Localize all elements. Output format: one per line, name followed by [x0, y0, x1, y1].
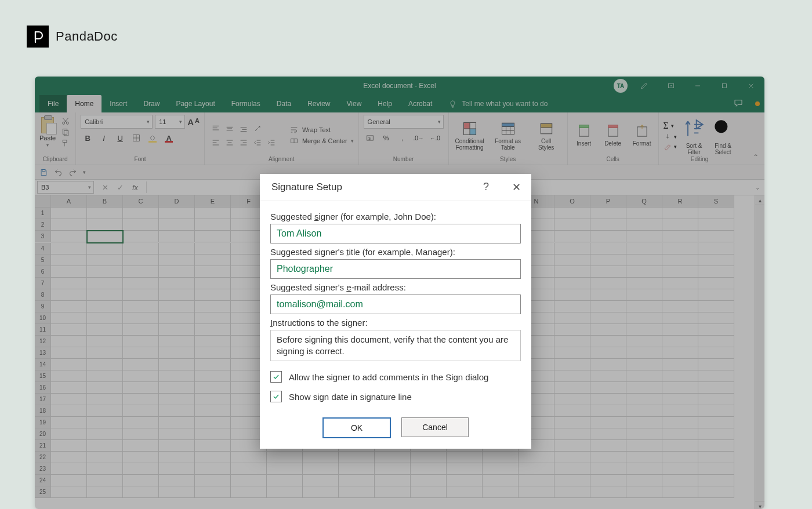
- signature-setup-dialog: Signature Setup ? ✕ Suggested signer (fo…: [260, 174, 531, 449]
- instructions-textarea[interactable]: [270, 330, 521, 361]
- pandadoc-wordmark: PandaDoc: [56, 29, 118, 44]
- cancel-button[interactable]: Cancel: [401, 417, 469, 437]
- allow-comments-label: Allow the signer to add comments in the …: [289, 372, 488, 382]
- signer-label: Suggested signer (for example, John Doe)…: [270, 212, 521, 221]
- show-date-label: Show sign date in signature line: [289, 392, 412, 402]
- signer-title-input[interactable]: [270, 259, 521, 279]
- dialog-close-button[interactable]: ✕: [512, 181, 521, 194]
- dialog-help-button[interactable]: ?: [483, 181, 489, 194]
- dialog-title: Signature Setup: [271, 181, 342, 193]
- signer-input[interactable]: [270, 224, 521, 243]
- instructions-label: Instructions to the signer:: [270, 318, 521, 328]
- signer-email-input[interactable]: [270, 295, 521, 314]
- ok-button[interactable]: OK: [322, 417, 391, 438]
- dialog-title-bar: Signature Setup ? ✕: [260, 174, 531, 201]
- allow-comments-checkbox[interactable]: [270, 371, 282, 383]
- pandadoc-logo-icon: [27, 26, 49, 48]
- signer-email-label: Suggested signer's e-mail address:: [270, 282, 521, 292]
- signer-title-label: Suggested signer's title (for example, M…: [270, 247, 521, 257]
- pandadoc-brand: PandaDoc: [27, 26, 118, 48]
- show-date-checkbox[interactable]: [270, 391, 282, 402]
